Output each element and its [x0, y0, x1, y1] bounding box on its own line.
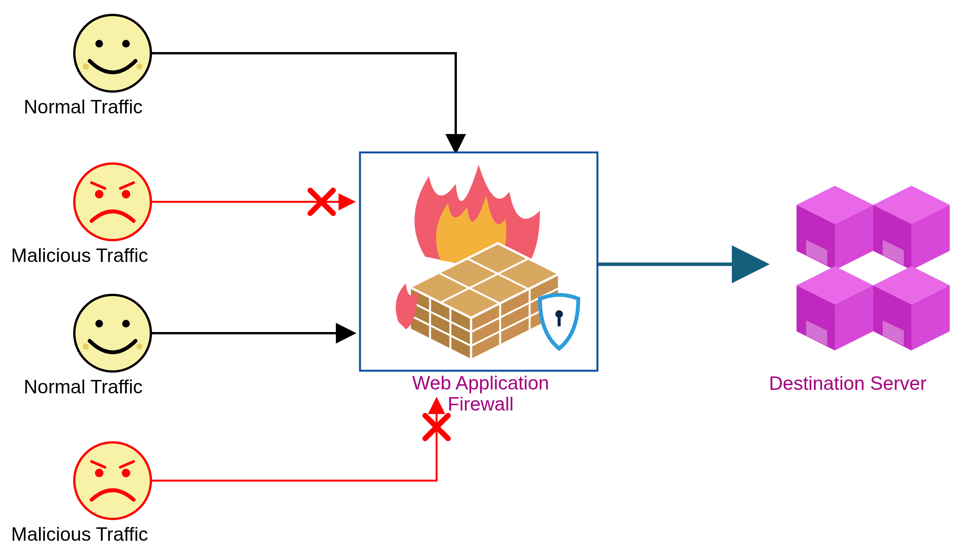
svg-line-2 [425, 415, 448, 438]
svg-rect-55 [883, 320, 904, 346]
svg-marker-49 [796, 285, 835, 350]
block-x-1 [310, 190, 333, 213]
svg-point-6 [122, 40, 130, 48]
normal-traffic-2-label: Normal Traffic [24, 376, 143, 398]
malicious-traffic-1-icon [74, 164, 151, 240]
malicious-traffic-2-label: Malicious Traffic [11, 523, 148, 545]
waf-label: Web Application Firewall [385, 373, 576, 415]
svg-point-15 [95, 320, 103, 327]
svg-point-14 [74, 295, 151, 371]
svg-line-3 [425, 415, 448, 438]
svg-line-1 [310, 190, 333, 213]
waf-box-border [360, 153, 597, 371]
malicious-traffic-2-icon [74, 442, 151, 519]
destination-server-label: Destination Server [769, 372, 926, 394]
svg-marker-44 [873, 186, 950, 224]
svg-point-21 [122, 469, 130, 477]
svg-point-9 [74, 164, 151, 240]
svg-rect-43 [806, 240, 827, 266]
svg-marker-48 [796, 266, 873, 304]
waf-label-line2: Firewall [448, 393, 513, 415]
svg-line-13 [120, 183, 134, 189]
svg-line-27 [439, 273, 500, 303]
svg-marker-46 [911, 205, 950, 270]
svg-line-23 [120, 461, 134, 467]
svg-point-17 [83, 343, 89, 350]
svg-line-34 [471, 288, 559, 332]
svg-marker-25 [410, 287, 471, 360]
svg-line-28 [467, 259, 528, 289]
svg-rect-47 [883, 240, 904, 266]
svg-line-30 [410, 301, 471, 332]
svg-rect-39 [557, 315, 560, 326]
svg-marker-41 [796, 205, 835, 270]
svg-marker-54 [911, 285, 950, 350]
edge-normal-1-to-waf [151, 53, 456, 151]
svg-point-5 [95, 40, 103, 48]
svg-line-31 [410, 315, 471, 346]
svg-point-20 [95, 469, 103, 477]
destination-server-icon [796, 186, 950, 350]
svg-marker-53 [873, 285, 911, 350]
svg-point-16 [122, 320, 130, 327]
svg-line-12 [92, 183, 105, 189]
svg-point-11 [122, 190, 130, 199]
svg-point-8 [136, 64, 143, 70]
svg-line-29 [441, 259, 528, 302]
svg-line-35 [471, 302, 559, 346]
normal-traffic-1-icon [74, 15, 151, 92]
svg-point-7 [83, 64, 89, 70]
normal-traffic-2-icon [74, 295, 151, 371]
waf-label-line1: Web Application [412, 372, 549, 394]
svg-point-4 [74, 15, 151, 92]
svg-point-10 [95, 190, 103, 199]
svg-marker-24 [410, 243, 559, 318]
normal-traffic-1-label: Normal Traffic [24, 96, 143, 118]
svg-point-38 [555, 310, 563, 318]
svg-marker-45 [873, 205, 911, 270]
svg-line-22 [92, 461, 105, 467]
svg-point-19 [74, 442, 151, 519]
svg-marker-42 [835, 205, 873, 270]
svg-marker-40 [796, 186, 873, 224]
block-x-2 [425, 415, 448, 438]
diagram-canvas [0, 0, 980, 558]
svg-line-0 [310, 190, 333, 213]
malicious-traffic-1-label: Malicious Traffic [11, 245, 148, 267]
svg-rect-51 [806, 320, 827, 346]
svg-marker-50 [835, 285, 873, 350]
svg-marker-26 [471, 274, 559, 360]
svg-point-18 [136, 343, 143, 350]
svg-marker-52 [873, 266, 950, 304]
firewall-icon [396, 165, 578, 360]
